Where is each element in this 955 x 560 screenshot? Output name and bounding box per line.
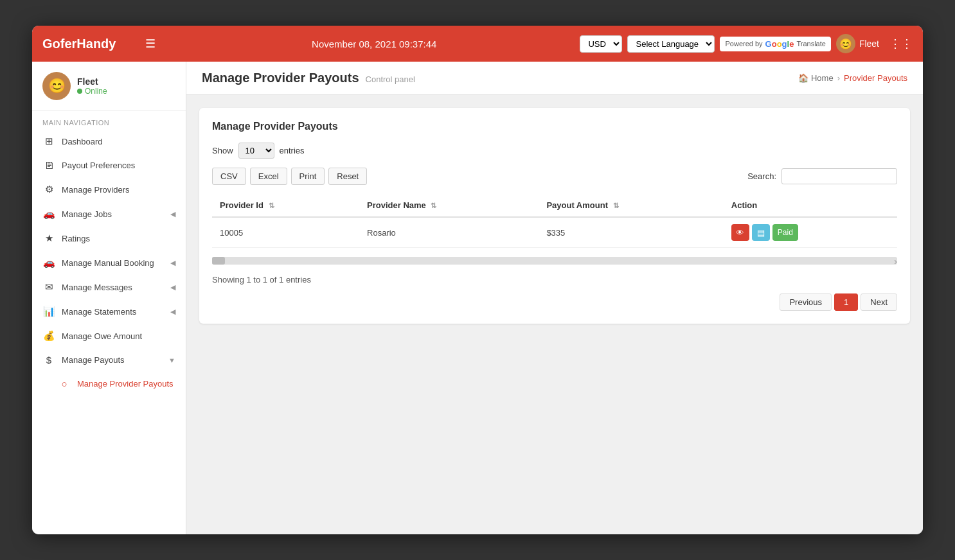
title-area: Manage Provider Payouts Control panel — [202, 71, 415, 85]
sort-icon: ⇅ — [613, 202, 619, 210]
manual-booking-icon: 🚗 — [42, 257, 55, 268]
sidebar-status: Online — [77, 87, 107, 96]
search-input[interactable] — [781, 168, 897, 184]
sidebar-avatar: 😊 — [42, 72, 71, 100]
main-card: Manage Provider Payouts Show 10 25 50 10… — [199, 108, 910, 324]
header-right: USD Select Language Powered by Google Tr… — [580, 34, 913, 53]
language-select[interactable]: Select Language — [627, 35, 715, 53]
sidebar: 😊 Fleet Online MAIN NAVIGATION ⊞ Dashboa… — [32, 62, 186, 534]
header-center: November 08, 2021 09:37:44 — [168, 39, 580, 49]
scroll-thumb — [212, 257, 225, 265]
sort-icon: ⇅ — [269, 202, 274, 210]
next-button[interactable]: Next — [861, 293, 897, 311]
col-provider-name[interactable]: Provider Name ⇅ — [359, 194, 539, 217]
brand-logo: GoferHandy — [42, 37, 145, 51]
sidebar-item-manage-messages[interactable]: ✉ Manage Messages ◀ — [32, 275, 186, 299]
home-icon: 🏠 — [798, 73, 808, 83]
sidebar-item-manage-statements[interactable]: 📊 Manage Statements ◀ — [32, 299, 186, 324]
status-dot — [77, 89, 82, 94]
reset-button[interactable]: Reset — [328, 168, 367, 185]
page-title: Manage Provider Payouts — [202, 71, 359, 85]
manage-jobs-icon: 🚗 — [42, 208, 55, 220]
sidebar-item-manage-owe-amount[interactable]: 💰 Manage Owe Amount — [32, 324, 186, 348]
table-row: 10005 Rosario $335 👁 ▤ Paid — [212, 217, 897, 248]
main-body: Manage Provider Payouts Show 10 25 50 10… — [186, 95, 923, 534]
chevron-down-icon: ▼ — [168, 356, 175, 364]
table-header-row: Provider Id ⇅ Provider Name ⇅ Payout Amo… — [212, 194, 897, 217]
export-buttons-row: CSV Excel Print Reset Search: — [212, 168, 897, 185]
history-button[interactable]: ▤ — [752, 224, 770, 241]
csv-button[interactable]: CSV — [212, 168, 246, 185]
dashboard-icon: ⊞ — [42, 136, 55, 147]
statements-icon: 📊 — [42, 306, 55, 317]
pagination: Previous 1 Next — [212, 293, 897, 311]
cell-provider-id: 10005 — [212, 217, 359, 248]
breadcrumb: 🏠 Home › Provider Payouts — [798, 73, 907, 83]
sidebar-item-manage-jobs[interactable]: 🚗 Manage Jobs ◀ — [32, 202, 186, 226]
print-button[interactable]: Print — [291, 168, 325, 185]
datetime-display: November 08, 2021 09:37:44 — [312, 39, 436, 49]
chevron-icon: ◀ — [170, 210, 175, 218]
sidebar-item-label: Dashboard — [62, 137, 103, 146]
export-btn-group: CSV Excel Print Reset — [212, 168, 367, 185]
main-header: Manage Provider Payouts Control panel 🏠 … — [186, 62, 923, 95]
nav-label: MAIN NAVIGATION — [32, 111, 186, 129]
col-payout-amount[interactable]: Payout Amount ⇅ — [539, 194, 723, 217]
cell-provider-name: Rosario — [359, 217, 539, 248]
entries-select[interactable]: 10 25 50 100 — [238, 143, 274, 159]
breadcrumb-home[interactable]: 🏠 Home — [798, 73, 834, 83]
sidebar-item-label: Manage Messages — [62, 283, 132, 292]
sidebar-item-manage-providers[interactable]: ⚙ Manage Providers — [32, 177, 186, 202]
scroll-track[interactable]: › — [212, 257, 897, 265]
breadcrumb-separator: › — [837, 73, 840, 83]
sidebar-item-dashboard[interactable]: ⊞ Dashboard — [32, 129, 186, 153]
body: 😊 Fleet Online MAIN NAVIGATION ⊞ Dashboa… — [32, 62, 923, 534]
show-label: Show — [212, 146, 233, 155]
cell-payout-amount: $335 — [539, 217, 723, 248]
translate-button[interactable]: Powered by Google Translate — [720, 37, 830, 51]
currency-select[interactable]: USD — [580, 35, 622, 53]
page-1-button[interactable]: 1 — [834, 293, 858, 311]
sidebar-item-ratings[interactable]: ★ Ratings — [32, 226, 186, 250]
sidebar-item-manage-payouts[interactable]: $ Manage Payouts ▼ — [32, 348, 186, 372]
sidebar-item-label: Manage Provider Payouts — [77, 379, 174, 389]
header-avatar: 😊 — [836, 34, 855, 53]
sidebar-item-manage-manual-booking[interactable]: 🚗 Manage Manual Booking ◀ — [32, 250, 186, 275]
previous-button[interactable]: Previous — [780, 293, 832, 311]
card-title: Manage Provider Payouts — [212, 121, 897, 132]
provider-payouts-icon: ○ — [58, 378, 71, 389]
data-table: Provider Id ⇅ Provider Name ⇅ Payout Amo… — [212, 194, 897, 248]
breadcrumb-current: Provider Payouts — [844, 73, 907, 83]
view-button[interactable]: 👁 — [731, 224, 749, 241]
messages-icon: ✉ — [42, 281, 55, 293]
sidebar-item-manage-provider-payouts[interactable]: ○ Manage Provider Payouts — [32, 372, 186, 396]
sidebar-item-label: Payout Preferences — [62, 161, 135, 170]
cell-action: 👁 ▤ Paid — [724, 217, 897, 248]
google-logo: Google — [765, 39, 794, 49]
menu-icon[interactable]: ☰ — [145, 37, 156, 51]
main-content: Manage Provider Payouts Control panel 🏠 … — [186, 62, 923, 534]
sort-icon: ⇅ — [431, 202, 436, 210]
manage-payouts-icon: $ — [42, 354, 55, 365]
manage-providers-icon: ⚙ — [42, 184, 55, 195]
header-username: Fleet — [859, 39, 879, 49]
sidebar-user-area: 😊 Fleet Online — [32, 62, 186, 111]
chevron-icon: ◀ — [170, 308, 175, 316]
sidebar-item-label: Manage Manual Booking — [62, 258, 154, 268]
powered-by-label: Powered by — [725, 40, 762, 48]
action-buttons: 👁 ▤ Paid — [731, 224, 889, 241]
paid-button[interactable]: Paid — [772, 224, 798, 241]
sidebar-item-payout-preferences[interactable]: 🖹 Payout Preferences — [32, 153, 186, 177]
col-provider-id[interactable]: Provider Id ⇅ — [212, 194, 359, 217]
excel-button[interactable]: Excel — [250, 168, 287, 185]
sidebar-item-label: Manage Payouts — [62, 355, 125, 365]
search-area: Search: — [747, 168, 897, 184]
chevron-icon: ◀ — [170, 259, 175, 267]
user-menu[interactable]: 😊 Fleet — [836, 34, 879, 53]
table-controls: Show 10 25 50 100 entries — [212, 143, 897, 159]
translate-label: Translate — [796, 40, 825, 48]
ratings-icon: ★ — [42, 232, 55, 244]
sidebar-item-label: Ratings — [62, 234, 90, 243]
share-icon[interactable]: ⋮⋮ — [889, 37, 913, 51]
header: GoferHandy ☰ November 08, 2021 09:37:44 … — [32, 26, 923, 62]
